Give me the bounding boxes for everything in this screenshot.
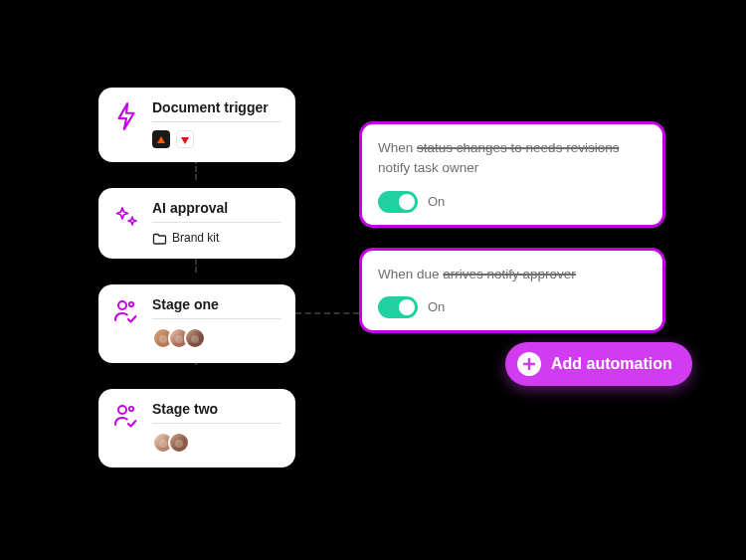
add-automation-button[interactable]: Add automation	[505, 342, 692, 386]
toggle-row: On	[378, 296, 647, 318]
stage-card-stage-two[interactable]: Stage two	[98, 389, 295, 467]
folder-icon	[152, 232, 166, 244]
plus-icon	[517, 352, 541, 376]
stage-title: Stage two	[152, 401, 281, 424]
svg-point-3	[129, 407, 133, 411]
sparkle-icon	[112, 202, 140, 230]
person-check-icon	[112, 403, 140, 431]
folder-row: Brand kit	[152, 231, 281, 245]
automation-card[interactable]: When status changes to needs revisions n…	[359, 121, 665, 228]
automation-column: When status changes to needs revisions n…	[359, 121, 665, 353]
automation-description: When status changes to needs revisions n…	[378, 138, 647, 179]
stage-title: Stage one	[152, 296, 281, 319]
toggle-switch[interactable]	[378, 191, 418, 213]
toggle-label: On	[428, 194, 445, 209]
toggle-switch[interactable]	[378, 296, 418, 318]
svg-point-2	[118, 406, 126, 414]
avatar	[168, 432, 190, 454]
svg-point-1	[129, 302, 133, 306]
automation-card[interactable]: When due arrives notify approver On	[359, 248, 665, 333]
stage-card-stage-one[interactable]: Stage one	[98, 284, 295, 363]
toggle-row: On	[378, 191, 647, 213]
app-badge-b-icon	[176, 130, 194, 148]
stage-card-document-trigger[interactable]: Document trigger	[98, 88, 295, 162]
connector-horizontal	[295, 312, 359, 314]
avatar-row	[152, 432, 281, 454]
automation-description: When due arrives notify approver	[378, 265, 647, 284]
avatar-row	[152, 327, 281, 349]
app-badge-a-icon	[152, 130, 170, 148]
toggle-label: On	[428, 299, 445, 314]
avatar	[184, 327, 206, 349]
folder-label: Brand kit	[172, 231, 219, 245]
app-badges-row	[152, 130, 281, 148]
person-check-icon	[112, 298, 140, 326]
workflow-stage-column: Document trigger AI approval Bra	[98, 88, 295, 493]
stage-title: AI approval	[152, 200, 281, 223]
lightning-icon	[112, 101, 140, 129]
stage-card-ai-approval[interactable]: AI approval Brand kit	[98, 188, 295, 259]
add-automation-label: Add automation	[551, 355, 672, 373]
svg-point-0	[118, 301, 126, 309]
stage-title: Document trigger	[152, 99, 281, 122]
